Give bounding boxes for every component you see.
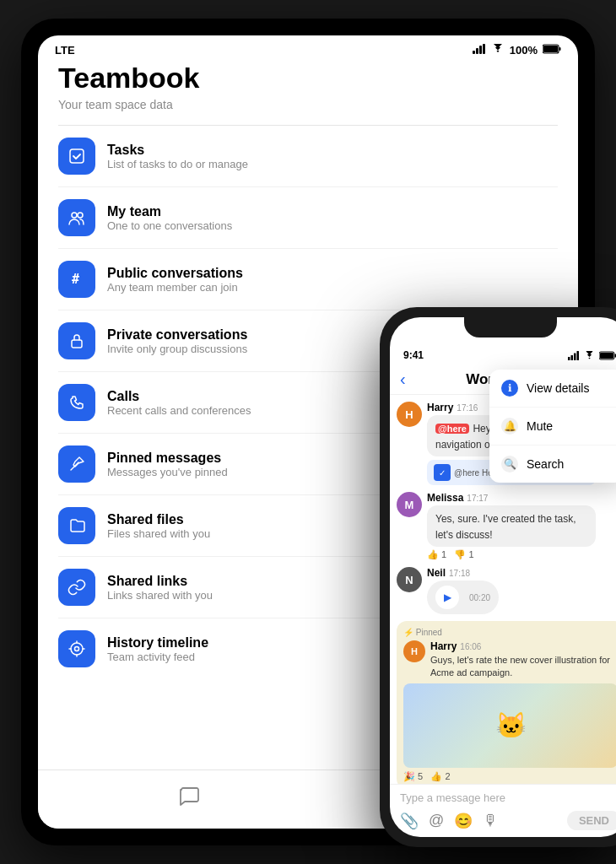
svg-rect-2: [479, 46, 482, 54]
public-text: Public conversations Any team member can…: [107, 266, 558, 294]
svg-rect-0: [473, 51, 475, 54]
attach-icon[interactable]: 📎: [400, 812, 419, 830]
emoji-icon[interactable]: 😊: [454, 812, 473, 830]
play-button[interactable]: ▶: [435, 586, 459, 609]
melissa-reactions: 👍 1 👎 1: [427, 549, 596, 560]
neil-time: 17:18: [449, 569, 470, 578]
mic-icon[interactable]: 🎙: [483, 812, 498, 830]
svg-rect-18: [574, 353, 576, 360]
svg-rect-6: [559, 47, 561, 51]
page-subtitle: Your team space data: [58, 98, 558, 111]
battery-icon: [543, 44, 561, 57]
team-desc: One to one conversations: [107, 219, 558, 232]
melissa-time: 17:17: [467, 494, 488, 503]
svg-point-12: [71, 643, 83, 655]
pinned-image: 🐱: [403, 683, 616, 768]
avatar-harry: H: [397, 402, 422, 427]
info-icon: ℹ: [501, 380, 518, 397]
menu-item-team[interactable]: My team One to one conversations: [58, 187, 558, 249]
message-input-placeholder[interactable]: Type a message here: [400, 791, 616, 804]
neil-name: Neil: [427, 567, 446, 579]
chat-toolbar: 📎 @ 😊 🎙 SEND: [400, 811, 616, 830]
dropdown-menu: ℹ View details 🔔 Mute 🔍 Search: [489, 370, 616, 483]
menu-item-public[interactable]: # Public conversations Any team member c…: [58, 249, 558, 310]
public-icon: #: [58, 261, 95, 298]
phone-notch-area: [390, 317, 616, 343]
svg-rect-17: [571, 355, 574, 360]
pinned-reactions: 🎉 5 👍 2: [403, 771, 616, 782]
svg-text:#: #: [72, 272, 79, 287]
tab-chat[interactable]: [178, 785, 202, 814]
mention-here: @here: [435, 424, 469, 434]
phone-screen: 9:41: [390, 317, 616, 837]
harry-name: Harry: [427, 402, 453, 413]
team-text: My team One to one conversations: [107, 204, 558, 232]
pinned-text: Guys, let's rate the new cover illustrat…: [430, 654, 616, 678]
melissa-name-time: Melissa 17:17: [427, 492, 596, 504]
battery-label: 100%: [510, 44, 538, 57]
phone-signal-icon: [568, 351, 580, 360]
history-icon: [58, 630, 95, 667]
audio-duration: 00:20: [469, 593, 490, 602]
pinned-content: Harry 16:06 Guys, let's rate the new cov…: [430, 640, 616, 678]
svg-point-8: [72, 213, 77, 218]
svg-rect-1: [476, 48, 478, 54]
melissa-text: Yes, sure. I've created the task, let's …: [435, 513, 576, 541]
pinned-sender: Harry: [430, 640, 457, 652]
tablet-status-right: 100%: [473, 44, 561, 57]
back-button[interactable]: ‹: [400, 370, 406, 389]
files-icon: [58, 507, 95, 544]
send-button[interactable]: SEND: [567, 811, 616, 830]
view-details-label: View details: [527, 381, 589, 395]
svg-rect-19: [577, 351, 580, 360]
mention-icon[interactable]: @: [429, 812, 444, 830]
melissa-name: Melissa: [427, 492, 463, 504]
chat-input-area: Type a message here 📎 @ 😊 🎙 SEND: [390, 784, 616, 837]
phone-device: 9:41: [380, 307, 616, 847]
tasks-text: Tasks List of tasks to do or manage: [107, 143, 558, 170]
search-label: Search: [527, 457, 564, 471]
pinned-avatar: H: [403, 640, 425, 662]
pinned-label: ⚡ Pinned: [403, 628, 616, 637]
svg-point-9: [78, 213, 83, 218]
dropdown-mute[interactable]: 🔔 Mute: [489, 408, 616, 446]
pinned-msg-row: H Harry 16:06 Guys, let's rate the new c…: [403, 640, 616, 678]
neil-name-time: Neil 17:18: [427, 567, 499, 579]
svg-rect-21: [600, 353, 613, 359]
harry-time: 17:16: [457, 403, 478, 413]
phone-notch: [464, 317, 557, 338]
phone-status-icons: [568, 351, 616, 360]
tasks-icon: [58, 138, 95, 175]
phone-battery-icon: [599, 351, 616, 360]
task-icon: ✓: [434, 464, 451, 481]
pinned-name-time: Harry 16:06: [430, 640, 616, 652]
avatar-neil: N: [397, 567, 422, 592]
pinned-icon: [58, 446, 95, 483]
chat-tools: 📎 @ 😊 🎙: [400, 812, 498, 830]
links-icon: [58, 569, 95, 606]
calls-icon: [58, 384, 95, 421]
wifi-icon: [491, 44, 505, 57]
phone-wifi-icon: [583, 351, 596, 360]
public-desc: Any team member can join: [107, 281, 558, 294]
dropdown-search[interactable]: 🔍 Search: [489, 446, 616, 483]
private-icon: [58, 322, 95, 359]
message-neil: N Neil 17:18 ▶ 00:20: [397, 567, 616, 614]
melissa-bubble: Yes, sure. I've created the task, let's …: [427, 505, 596, 547]
svg-rect-11: [72, 340, 82, 348]
neil-audio-msg: ▶ 00:20: [427, 580, 499, 614]
tasks-label: Tasks: [107, 143, 558, 158]
menu-item-tasks[interactable]: Tasks List of tasks to do or manage: [58, 126, 558, 187]
dropdown-view-details[interactable]: ℹ View details: [489, 370, 616, 408]
svg-rect-7: [70, 149, 84, 163]
search-icon: 🔍: [501, 456, 518, 472]
pinned-time: 16:06: [460, 642, 481, 651]
svg-point-13: [75, 647, 79, 651]
svg-rect-5: [543, 46, 558, 52]
pinned-message-card: ⚡ Pinned H Harry 16:06 Guys, let's rate …: [397, 621, 616, 784]
carrier-label: LTE: [55, 44, 75, 57]
tablet-status-bar: LTE: [38, 35, 578, 62]
mute-label: Mute: [527, 419, 553, 433]
message-melissa-1: M Melissa 17:17 Yes, sure. I've created …: [397, 492, 616, 560]
team-icon: [58, 199, 95, 236]
